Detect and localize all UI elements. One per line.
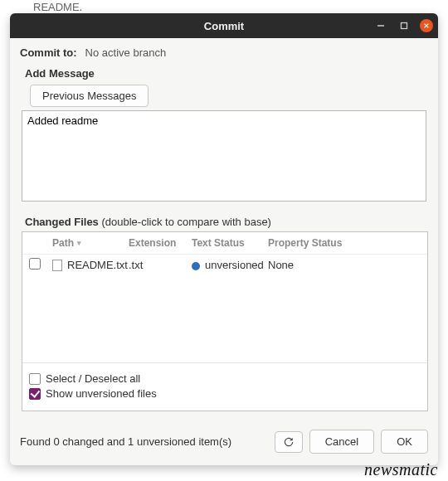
window-title: Commit <box>204 20 244 32</box>
add-message-label: Add Message <box>25 67 428 80</box>
file-text-status: unversioned <box>205 259 264 271</box>
sort-indicator-icon: ▾ <box>77 239 81 247</box>
column-extension[interactable]: Extension <box>129 237 192 249</box>
file-panel-options: Select / Deselect all Show unversioned f… <box>22 362 427 411</box>
refresh-button[interactable] <box>275 431 303 453</box>
table-row[interactable]: README.txt .txt unversioned None <box>22 255 427 275</box>
previous-messages-button[interactable]: Previous Messages <box>30 85 149 107</box>
changed-files-label-strong: Changed Files <box>25 216 99 228</box>
file-path: README.txt <box>67 259 128 271</box>
commit-to-value: No active branch <box>85 46 167 59</box>
changed-files-panel: Path ▾ Extension Text Status Property St… <box>22 231 428 411</box>
titlebar[interactable]: Commit <box>10 13 438 38</box>
column-property-status[interactable]: Property Status <box>268 237 421 249</box>
file-row-checkbox[interactable] <box>29 258 41 270</box>
dialog-footer: Found 0 changed and 1 unversioned item(s… <box>10 421 438 465</box>
commit-to-label: Commit to: <box>20 46 77 59</box>
file-table-header: Path ▾ Extension Text Status Property St… <box>22 232 427 255</box>
commit-dialog: Commit Commit to: No active branch Add M… <box>10 13 438 465</box>
select-all-label: Select / Deselect all <box>46 372 140 385</box>
close-button[interactable] <box>420 19 433 32</box>
file-extension: .txt <box>129 259 192 271</box>
watermark: newsmatic <box>364 460 438 479</box>
show-unversioned-label: Show unversioned files <box>46 387 157 400</box>
column-text-status[interactable]: Text Status <box>192 237 268 249</box>
status-indicator-icon <box>192 262 200 270</box>
select-all-checkbox[interactable] <box>29 373 41 385</box>
column-path-label: Path <box>52 237 74 249</box>
changed-files-label-hint: (double-click to compare with base) <box>99 216 271 228</box>
cancel-button[interactable]: Cancel <box>309 430 374 454</box>
minimize-button[interactable] <box>373 18 388 33</box>
refresh-icon <box>283 436 295 448</box>
show-unversioned-checkbox[interactable] <box>29 388 41 400</box>
ok-button[interactable]: OK <box>381 430 428 454</box>
window-controls <box>373 13 433 38</box>
background-readme-text: README. <box>33 1 82 13</box>
changed-files-label: Changed Files (double-click to compare w… <box>25 216 428 228</box>
file-icon <box>52 260 62 271</box>
status-text: Found 0 changed and 1 unversioned item(s… <box>20 435 268 448</box>
commit-message-textarea[interactable] <box>22 110 426 202</box>
svg-rect-1 <box>402 23 407 29</box>
column-path[interactable]: Path ▾ <box>52 237 129 249</box>
file-property-status: None <box>268 259 421 271</box>
commit-to-row: Commit to: No active branch <box>20 46 428 59</box>
file-table-body: README.txt .txt unversioned None <box>22 255 427 362</box>
maximize-button[interactable] <box>397 18 411 33</box>
